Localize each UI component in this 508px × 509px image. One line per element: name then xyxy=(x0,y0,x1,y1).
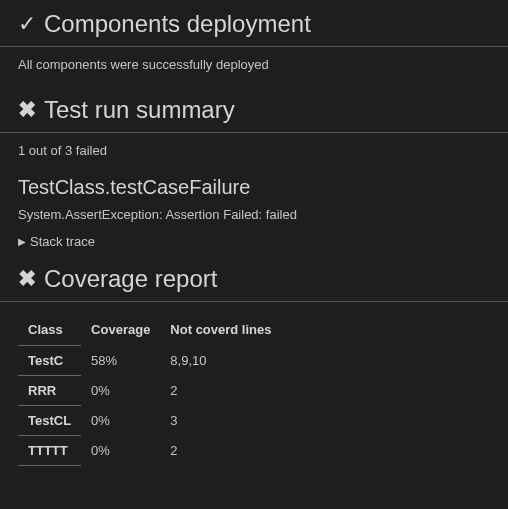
cell-coverage: 0% xyxy=(81,406,160,436)
table-row: TestC 58% 8,9,10 xyxy=(18,346,282,376)
cell-not-covered: 3 xyxy=(160,406,281,436)
coverage-header: ✖ Coverage report xyxy=(0,255,508,302)
test-summary-message: 1 out of 3 failed xyxy=(0,133,508,172)
cell-class: TestC xyxy=(18,346,81,376)
cell-not-covered: 2 xyxy=(160,376,281,406)
test-summary-header: ✖ Test run summary xyxy=(0,86,508,133)
stack-trace-label: Stack trace xyxy=(30,234,95,249)
table-row: TTTTT 0% 2 xyxy=(18,436,282,466)
stack-trace-toggle[interactable]: ▶ Stack trace xyxy=(0,230,508,255)
table-header-row: Class Coverage Not coverd lines xyxy=(18,314,282,346)
header-coverage: Coverage xyxy=(81,314,160,346)
check-icon: ✓ xyxy=(18,11,36,37)
coverage-table: Class Coverage Not coverd lines TestC 58… xyxy=(18,314,282,466)
table-row: TestCL 0% 3 xyxy=(18,406,282,436)
x-icon: ✖ xyxy=(18,266,36,292)
table-row: RRR 0% 2 xyxy=(18,376,282,406)
cell-class: TTTTT xyxy=(18,436,81,466)
deployment-message: All components were successfully deploye… xyxy=(0,47,508,86)
cell-not-covered: 8,9,10 xyxy=(160,346,281,376)
cell-not-covered: 2 xyxy=(160,436,281,466)
deployment-header: ✓ Components deployment xyxy=(0,0,508,47)
cell-class: RRR xyxy=(18,376,81,406)
coverage-title: Coverage report xyxy=(44,265,217,293)
cell-coverage: 58% xyxy=(81,346,160,376)
triangle-right-icon: ▶ xyxy=(18,236,26,247)
failed-test-name: TestClass.testCaseFailure xyxy=(0,172,508,203)
cell-class: TestCL xyxy=(18,406,81,436)
header-class: Class xyxy=(18,314,81,346)
exception-message: System.AssertException: Assertion Failed… xyxy=(0,203,508,230)
test-summary-title: Test run summary xyxy=(44,96,235,124)
cell-coverage: 0% xyxy=(81,436,160,466)
deployment-title: Components deployment xyxy=(44,10,311,38)
x-icon: ✖ xyxy=(18,97,36,123)
header-not-covered: Not coverd lines xyxy=(160,314,281,346)
cell-coverage: 0% xyxy=(81,376,160,406)
